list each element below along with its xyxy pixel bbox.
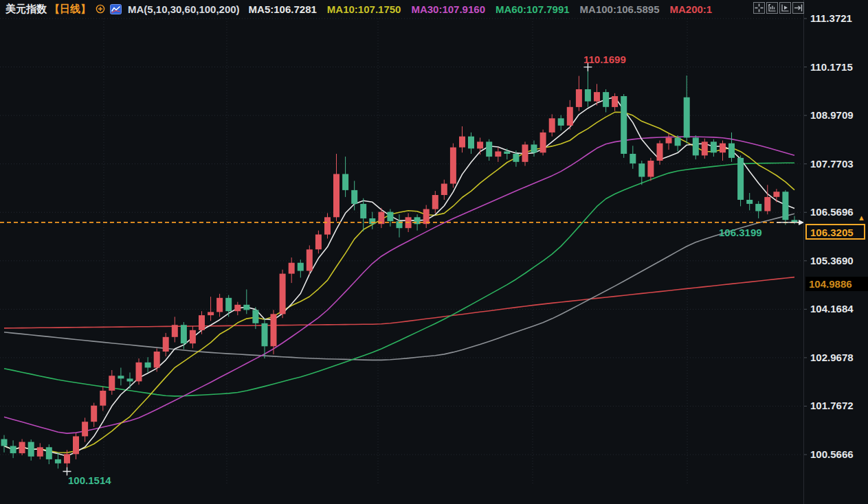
ma-values: MA5:106.7281MA10:107.1750MA30:107.9160MA… [249, 3, 723, 15]
axis-chart-icon[interactable] [766, 2, 778, 14]
axis-label: 100.5666 [810, 448, 854, 461]
axis-label: 107.7703 [810, 158, 854, 170]
ma-value-ma200: MA200:1 [670, 3, 713, 15]
crosshair-icon[interactable] [753, 2, 765, 14]
ma-group-label: MA(5,10,30,60,100,200) [128, 3, 240, 15]
candlestick-chart[interactable] [0, 0, 868, 504]
price-axis[interactable]: ▲ 106.3205 104.9886 111.3721110.1715108.… [803, 0, 868, 504]
ma-value-ma60: MA60:107.7991 [496, 3, 570, 15]
pan-right-icon[interactable] [792, 2, 804, 14]
current-price-tag: 106.3205 [805, 224, 865, 240]
ma-value-ma5: MA5:106.7281 [249, 3, 317, 15]
up-arrow-icon: ▲ [858, 214, 865, 221]
ma-line-ma10 [4, 112, 794, 453]
ma-line-ma5 [4, 98, 794, 457]
symbol-name: 美元指数 [5, 3, 47, 16]
last-price-annotation: 106.3199 [719, 227, 762, 238]
axis-label: 108.9709 [810, 109, 854, 122]
ma-line-ma200 [4, 277, 794, 328]
ma-line-ma30 [4, 137, 794, 433]
mini-chart-icon[interactable] [110, 4, 122, 14]
chart-window: 美元指数 【日线】 MA(5,10,30,60,100,200) MA5:106… [0, 0, 868, 504]
ma-line-ma60 [4, 163, 794, 396]
axis-label: 111.3721 [810, 12, 852, 25]
axis-label: 106.5696 [810, 206, 854, 218]
ma-value-ma100: MA100:106.5895 [580, 3, 660, 15]
period-label: 【日线】 [49, 3, 91, 16]
ma200-value-tag: 104.9886 [805, 277, 868, 291]
ma-value-ma30: MA30:107.9160 [411, 3, 485, 15]
chart-header: 美元指数 【日线】 MA(5,10,30,60,100,200) MA5:106… [0, 0, 722, 18]
circle-plus-icon[interactable] [96, 4, 105, 14]
axis-label: 105.3690 [810, 255, 854, 267]
low-price-annotation: 100.1514 [68, 474, 111, 486]
high-price-annotation: 110.1699 [583, 54, 626, 65]
chart-toolbar [753, 2, 804, 14]
axis-label: 101.7672 [810, 400, 854, 412]
ma-value-ma10: MA10:107.1750 [327, 3, 401, 15]
axis-label: 104.1684 [810, 303, 854, 315]
play-chart-icon[interactable] [779, 2, 791, 14]
axis-label: 110.1715 [810, 61, 853, 73]
axis-label: 102.9678 [810, 352, 854, 364]
